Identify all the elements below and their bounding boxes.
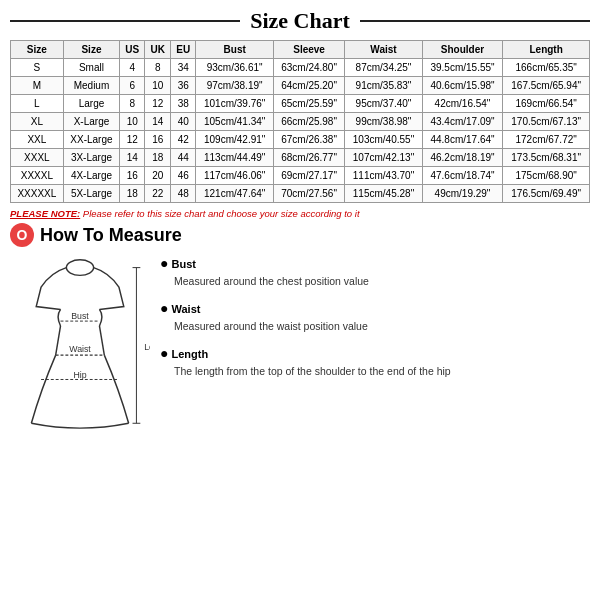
bullet-icon: ●	[160, 345, 168, 361]
measure-item-desc: The length from the top of the shoulder …	[174, 364, 590, 380]
table-cell: 10	[145, 77, 171, 95]
svg-text:Length: Length	[144, 342, 150, 352]
table-cell: XXXXL	[11, 167, 64, 185]
table-cell: 173.5cm/68.31"	[503, 149, 590, 167]
table-cell: 97cm/38.19"	[196, 77, 273, 95]
note-text: Please refer to this size chart and choo…	[83, 208, 360, 219]
table-cell: Large	[63, 95, 119, 113]
table-cell: 175cm/68.90"	[503, 167, 590, 185]
table-header-cell: EU	[171, 41, 196, 59]
measure-list: ● Bust Measured around the chest positio…	[160, 253, 590, 387]
table-header-cell: Length	[503, 41, 590, 59]
table-cell: 14	[145, 113, 171, 131]
bullet-icon: ●	[160, 255, 168, 271]
table-header-row: SizeSizeUSUKEUBustSleeveWaistShoulderLen…	[11, 41, 590, 59]
table-cell: 167.5cm/65.94"	[503, 77, 590, 95]
table-cell: XXL	[11, 131, 64, 149]
table-cell: 117cm/46.06"	[196, 167, 273, 185]
table-cell: 42cm/16.54"	[422, 95, 503, 113]
table-row: SSmall483493cm/36.61"63cm/24.80"87cm/34.…	[11, 59, 590, 77]
table-cell: 18	[145, 149, 171, 167]
table-row: XXLXX-Large121642109cm/42.91"67cm/26.38"…	[11, 131, 590, 149]
table-header-cell: Sleeve	[273, 41, 344, 59]
table-cell: S	[11, 59, 64, 77]
table-cell: 87cm/34.25"	[345, 59, 422, 77]
size-table: SizeSizeUSUKEUBustSleeveWaistShoulderLen…	[10, 40, 590, 203]
table-cell: 47.6cm/18.74"	[422, 167, 503, 185]
table-cell: 22	[145, 185, 171, 203]
svg-text:Waist: Waist	[69, 344, 91, 354]
table-cell: 40.6cm/15.98"	[422, 77, 503, 95]
table-cell: 4X-Large	[63, 167, 119, 185]
table-cell: 16	[145, 131, 171, 149]
table-header-cell: Size	[11, 41, 64, 59]
measure-item: ● Bust Measured around the chest positio…	[160, 253, 590, 290]
dress-svg: Bust Waist Hip Length	[10, 253, 150, 433]
table-cell: 38	[171, 95, 196, 113]
table-cell: XL	[11, 113, 64, 131]
table-row: XLX-Large101440105cm/41.34"66cm/25.98"99…	[11, 113, 590, 131]
table-cell: 49cm/19.29"	[422, 185, 503, 203]
table-cell: 3X-Large	[63, 149, 119, 167]
table-cell: X-Large	[63, 113, 119, 131]
table-header-cell: Bust	[196, 41, 273, 59]
table-cell: 40	[171, 113, 196, 131]
title-line-left	[10, 20, 240, 22]
table-cell: Medium	[63, 77, 119, 95]
table-cell: 111cm/43.70"	[345, 167, 422, 185]
table-cell: Small	[63, 59, 119, 77]
table-cell: 42	[171, 131, 196, 149]
table-body: SSmall483493cm/36.61"63cm/24.80"87cm/34.…	[11, 59, 590, 203]
measure-item-label: Waist	[172, 303, 201, 315]
table-cell: 169cm/66.54"	[503, 95, 590, 113]
table-cell: 43.4cm/17.09"	[422, 113, 503, 131]
table-header-cell: US	[120, 41, 145, 59]
table-cell: 93cm/36.61"	[196, 59, 273, 77]
table-cell: 109cm/42.91"	[196, 131, 273, 149]
measure-item-desc: Measured around the waist position value	[174, 319, 590, 335]
table-cell: 39.5cm/15.55"	[422, 59, 503, 77]
table-row: XXXXL4X-Large162046117cm/46.06"69cm/27.1…	[11, 167, 590, 185]
table-cell: 176.5cm/69.49"	[503, 185, 590, 203]
table-cell: 107cm/42.13"	[345, 149, 422, 167]
measure-item-label: Bust	[172, 258, 196, 270]
how-to-title: O How To Measure	[10, 223, 590, 247]
table-cell: 64cm/25.20"	[273, 77, 344, 95]
table-cell: 4	[120, 59, 145, 77]
measure-item-desc: Measured around the chest position value	[174, 274, 590, 290]
table-header-cell: UK	[145, 41, 171, 59]
table-cell: 20	[145, 167, 171, 185]
table-header-cell: Waist	[345, 41, 422, 59]
how-to-content: Bust Waist Hip Length ● Bust	[10, 253, 590, 435]
note-section: PLEASE NOTE: Please refer to this size c…	[10, 208, 590, 219]
table-cell: 68cm/26.77"	[273, 149, 344, 167]
size-chart-container: Size Chart SizeSizeUSUKEUBustSleeveWaist…	[0, 0, 600, 600]
table-cell: 105cm/41.34"	[196, 113, 273, 131]
table-cell: 12	[120, 131, 145, 149]
bullet-icon: ●	[160, 300, 168, 316]
how-to-title-text: How To Measure	[40, 225, 182, 246]
table-cell: 10	[120, 113, 145, 131]
table-header-cell: Shoulder	[422, 41, 503, 59]
measure-item-header: ● Length	[160, 343, 590, 364]
table-cell: 166cm/65.35"	[503, 59, 590, 77]
table-cell: 46	[171, 167, 196, 185]
measure-item: ● Length The length from the top of the …	[160, 343, 590, 380]
table-cell: 8	[120, 95, 145, 113]
table-cell: 170.5cm/67.13"	[503, 113, 590, 131]
table-header-cell: Size	[63, 41, 119, 59]
table-cell: 70cm/27.56"	[273, 185, 344, 203]
table-cell: 69cm/27.17"	[273, 167, 344, 185]
page-title: Size Chart	[10, 8, 590, 34]
table-cell: 12	[145, 95, 171, 113]
table-cell: 121cm/47.64"	[196, 185, 273, 203]
table-cell: 34	[171, 59, 196, 77]
table-row: LLarge81238101cm/39.76"65cm/25.59"95cm/3…	[11, 95, 590, 113]
svg-point-0	[66, 260, 93, 276]
table-cell: 91cm/35.83"	[345, 77, 422, 95]
dress-diagram: Bust Waist Hip Length	[10, 253, 150, 435]
note-label: PLEASE NOTE:	[10, 208, 80, 219]
table-cell: XX-Large	[63, 131, 119, 149]
table-cell: 99cm/38.98"	[345, 113, 422, 131]
measure-item-header: ● Waist	[160, 298, 590, 319]
